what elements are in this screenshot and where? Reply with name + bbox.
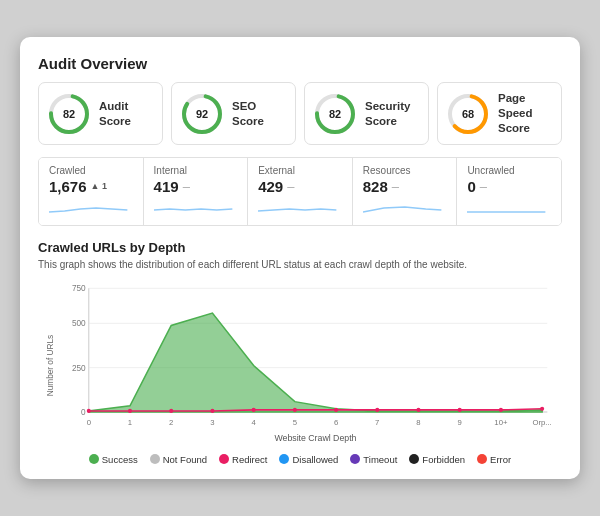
internal-sparkline bbox=[154, 198, 238, 216]
svg-point-38 bbox=[128, 409, 132, 413]
stat-resources-change: – bbox=[392, 179, 399, 194]
uncrawled-sparkline bbox=[467, 198, 551, 216]
svg-point-44 bbox=[375, 408, 379, 412]
audit-overview-card: Audit Overview 82 Audit Score 92 SEO Sco… bbox=[20, 37, 580, 479]
legend-forbidden: Forbidden bbox=[409, 454, 465, 465]
svg-text:6: 6 bbox=[334, 418, 338, 427]
legend-timeout: Timeout bbox=[350, 454, 397, 465]
stat-crawled: Crawled 1,676 ▲ 1 bbox=[39, 158, 144, 225]
svg-text:5: 5 bbox=[293, 418, 297, 427]
svg-text:8: 8 bbox=[416, 418, 420, 427]
svg-point-47 bbox=[499, 408, 503, 412]
svg-point-48 bbox=[540, 407, 544, 411]
audit-score-label: Audit Score bbox=[99, 99, 154, 129]
svg-point-42 bbox=[293, 408, 297, 412]
seo-score-card: 92 SEO Score bbox=[171, 82, 296, 145]
security-score-card: 82 Security Score bbox=[304, 82, 429, 145]
svg-text:2: 2 bbox=[169, 418, 173, 427]
stat-crawled-label: Crawled bbox=[49, 165, 133, 176]
external-sparkline bbox=[258, 198, 342, 216]
svg-point-40 bbox=[210, 409, 214, 413]
score-row: 82 Audit Score 92 SEO Score 82 Security … bbox=[38, 82, 562, 145]
svg-point-37 bbox=[87, 409, 91, 413]
stat-crawled-change: ▲ 1 bbox=[91, 181, 107, 191]
stats-row: Crawled 1,676 ▲ 1 Internal 419 – Externa… bbox=[38, 157, 562, 226]
svg-text:1: 1 bbox=[128, 418, 132, 427]
stat-uncrawled-value: 0 bbox=[467, 178, 475, 195]
legend-disallowed-dot bbox=[279, 454, 289, 464]
legend-error-dot bbox=[477, 454, 487, 464]
pagespeed-score-card: 68 Page Speed Score bbox=[437, 82, 562, 145]
svg-text:68: 68 bbox=[462, 108, 474, 120]
svg-text:250: 250 bbox=[72, 364, 86, 373]
svg-text:0: 0 bbox=[81, 408, 86, 417]
svg-point-41 bbox=[252, 408, 256, 412]
svg-text:82: 82 bbox=[63, 108, 75, 120]
audit-score-card: 82 Audit Score bbox=[38, 82, 163, 145]
legend-notfound-dot bbox=[150, 454, 160, 464]
seo-score-label: SEO Score bbox=[232, 99, 287, 129]
svg-text:82: 82 bbox=[329, 108, 341, 120]
legend-success-dot bbox=[89, 454, 99, 464]
svg-point-45 bbox=[416, 408, 420, 412]
legend-notfound: Not Found bbox=[150, 454, 207, 465]
stat-uncrawled: Uncrawled 0 – bbox=[457, 158, 561, 225]
svg-text:Number of URLs: Number of URLs bbox=[46, 335, 55, 396]
legend-success: Success bbox=[89, 454, 138, 465]
legend-error-label: Error bbox=[490, 454, 511, 465]
stat-external-label: External bbox=[258, 165, 342, 176]
svg-text:10+: 10+ bbox=[494, 418, 508, 427]
stat-crawled-value: 1,676 bbox=[49, 178, 87, 195]
chart-title: Crawled URLs by Depth bbox=[38, 240, 562, 255]
svg-text:500: 500 bbox=[72, 319, 86, 328]
svg-text:9: 9 bbox=[458, 418, 462, 427]
resources-sparkline bbox=[363, 198, 447, 216]
audit-score-circle: 82 bbox=[47, 92, 91, 136]
legend-timeout-dot bbox=[350, 454, 360, 464]
stat-external-change: – bbox=[287, 179, 294, 194]
legend-redirect: Redirect bbox=[219, 454, 267, 465]
legend-redirect-dot bbox=[219, 454, 229, 464]
svg-point-46 bbox=[458, 408, 462, 412]
chart-svg: Number of URLs 0 250 500 750 0 1 2 3 bbox=[38, 278, 562, 448]
chart-description: This graph shows the distribution of eac… bbox=[38, 259, 562, 270]
page-title: Audit Overview bbox=[38, 55, 562, 72]
chart-area: Number of URLs 0 250 500 750 0 1 2 3 bbox=[38, 278, 562, 448]
chart-section: Crawled URLs by Depth This graph shows t… bbox=[38, 240, 562, 465]
legend-disallowed: Disallowed bbox=[279, 454, 338, 465]
svg-text:0: 0 bbox=[87, 418, 91, 427]
svg-text:Orp...: Orp... bbox=[532, 418, 551, 427]
stat-external: External 429 – bbox=[248, 158, 353, 225]
stat-internal: Internal 419 – bbox=[144, 158, 249, 225]
stat-resources: Resources 828 – bbox=[353, 158, 458, 225]
stat-internal-change: – bbox=[183, 179, 190, 194]
stat-internal-label: Internal bbox=[154, 165, 238, 176]
seo-score-circle: 92 bbox=[180, 92, 224, 136]
chart-legend: Success Not Found Redirect Disallowed Ti… bbox=[38, 454, 562, 465]
legend-forbidden-label: Forbidden bbox=[422, 454, 465, 465]
security-score-label: Security Score bbox=[365, 99, 420, 129]
svg-text:4: 4 bbox=[251, 418, 256, 427]
stat-resources-value: 828 bbox=[363, 178, 388, 195]
legend-success-label: Success bbox=[102, 454, 138, 465]
crawled-sparkline bbox=[49, 198, 133, 216]
svg-text:Website Crawl Depth: Website Crawl Depth bbox=[274, 433, 356, 443]
stat-internal-value: 419 bbox=[154, 178, 179, 195]
legend-notfound-label: Not Found bbox=[163, 454, 207, 465]
svg-text:92: 92 bbox=[196, 108, 208, 120]
svg-marker-36 bbox=[89, 313, 542, 412]
legend-error: Error bbox=[477, 454, 511, 465]
svg-text:3: 3 bbox=[210, 418, 214, 427]
legend-forbidden-dot bbox=[409, 454, 419, 464]
security-score-circle: 82 bbox=[313, 92, 357, 136]
legend-disallowed-label: Disallowed bbox=[292, 454, 338, 465]
svg-text:750: 750 bbox=[72, 284, 86, 293]
stat-uncrawled-label: Uncrawled bbox=[467, 165, 551, 176]
legend-timeout-label: Timeout bbox=[363, 454, 397, 465]
stat-external-value: 429 bbox=[258, 178, 283, 195]
svg-text:7: 7 bbox=[375, 418, 379, 427]
svg-point-43 bbox=[334, 408, 338, 412]
pagespeed-score-label: Page Speed Score bbox=[498, 91, 553, 136]
legend-redirect-label: Redirect bbox=[232, 454, 267, 465]
pagespeed-score-circle: 68 bbox=[446, 92, 490, 136]
